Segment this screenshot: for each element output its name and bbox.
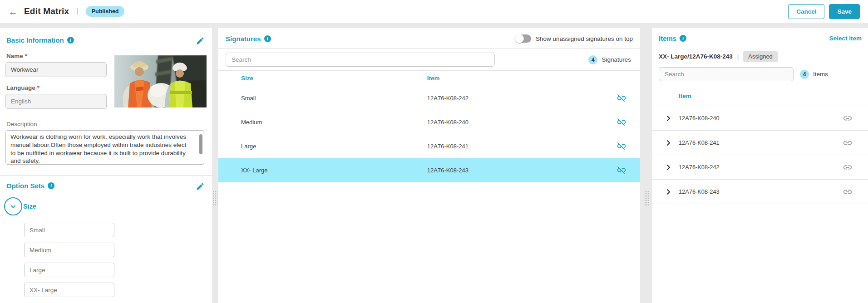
- signature-row[interactable]: Small 12A76-K08-242: [218, 86, 640, 110]
- description-scrollbar[interactable]: [199, 134, 202, 154]
- collapse-size-group-button[interactable]: [4, 197, 22, 215]
- link-icon[interactable]: [843, 162, 853, 172]
- selection-text: XX- Large/12A76-K08-243: [659, 53, 733, 60]
- signatures-panel: Signatures i Show unassigned signatures …: [218, 28, 640, 303]
- back-arrow-icon[interactable]: ←: [8, 7, 18, 16]
- items-search-input[interactable]: [659, 67, 794, 81]
- drag-handle-icon[interactable]: [644, 191, 649, 206]
- expand-chevron-icon[interactable]: [664, 114, 672, 122]
- expand-chevron-icon[interactable]: [664, 188, 672, 196]
- info-icon[interactable]: i: [264, 35, 271, 42]
- option-values-list: [24, 223, 207, 297]
- unlink-icon[interactable]: [616, 141, 626, 151]
- option-sets-title: Option Sets i: [6, 182, 54, 190]
- item-column-header[interactable]: Item: [679, 93, 843, 99]
- topbar-actions: Cancel Save: [788, 4, 860, 19]
- edit-option-sets-icon[interactable]: [196, 182, 205, 191]
- item-row[interactable]: 12A76-K08-240: [652, 106, 868, 131]
- name-field[interactable]: [5, 62, 107, 77]
- link-icon[interactable]: [843, 113, 853, 123]
- basic-information-panel: Basic Information i Name*: [0, 28, 212, 303]
- status-badge: Published: [86, 6, 125, 17]
- page-title: Edit Matrix: [24, 6, 69, 16]
- size-column-header[interactable]: Size: [218, 75, 427, 82]
- item-row[interactable]: 12A76-K08-243: [652, 180, 868, 204]
- description-field[interactable]: Workwear is clothing worn for work, espe…: [5, 130, 204, 165]
- signature-row[interactable]: Large 12A76-K08-241: [218, 134, 640, 158]
- signature-item: 12A76-K08-240: [427, 119, 600, 126]
- unlink-icon[interactable]: [616, 117, 626, 127]
- signature-item: 12A76-K08-242: [427, 95, 600, 102]
- items-title: Items i: [659, 34, 686, 42]
- language-field[interactable]: [5, 94, 107, 109]
- option-value-field[interactable]: [24, 283, 114, 297]
- signature-size: Large: [218, 143, 427, 150]
- signatures-count-badge: 4: [588, 55, 597, 64]
- save-button[interactable]: Save: [829, 4, 860, 19]
- item-column-header[interactable]: Item: [427, 75, 600, 82]
- selection-separator: |: [737, 53, 739, 60]
- edit-basic-info-icon[interactable]: [196, 36, 205, 45]
- signature-size: XX- Large: [218, 167, 427, 174]
- cancel-button[interactable]: Cancel: [788, 4, 824, 19]
- option-value-field[interactable]: [24, 243, 114, 257]
- item-code: 12A76-K08-241: [679, 139, 843, 146]
- signature-item: 12A76-K08-243: [427, 167, 600, 174]
- top-bar: ← Edit Matrix | Published Cancel Save: [0, 0, 868, 23]
- link-icon[interactable]: [843, 187, 853, 197]
- expand-chevron-icon[interactable]: [664, 139, 672, 147]
- show-unassigned-label: Show unassigned signatures on top: [536, 35, 633, 42]
- show-unassigned-toggle[interactable]: [515, 34, 531, 43]
- item-row[interactable]: 12A76-K08-241: [652, 131, 868, 155]
- item-code: 12A76-K08-242: [679, 164, 843, 171]
- info-icon[interactable]: i: [48, 182, 54, 189]
- info-icon[interactable]: i: [67, 37, 74, 44]
- drag-handle-icon[interactable]: [213, 191, 217, 206]
- item-code: 12A76-K08-243: [679, 188, 843, 195]
- signatures-count-label: Signatures: [602, 56, 631, 63]
- link-icon[interactable]: [843, 138, 853, 148]
- panel-resize-gutter[interactable]: [212, 28, 218, 303]
- items-count-badge: 4: [800, 70, 809, 79]
- option-value-field[interactable]: [24, 223, 114, 237]
- option-group-name: Size: [23, 203, 36, 210]
- panel-resize-gutter[interactable]: [640, 28, 652, 303]
- assigned-badge: Assigned: [743, 51, 777, 62]
- signature-row-selected[interactable]: XX- Large 12A76-K08-243: [218, 158, 640, 182]
- select-item-link[interactable]: Select item: [829, 35, 862, 42]
- item-code: 12A76-K08-240: [679, 115, 843, 122]
- item-row[interactable]: 12A76-K08-242: [652, 155, 868, 180]
- signature-size: Small: [218, 95, 427, 102]
- option-value-field[interactable]: [24, 263, 114, 277]
- signature-size: Medium: [218, 119, 427, 126]
- title-separator: |: [76, 7, 78, 16]
- current-selection-row: XX- Large/12A76-K08-243 | Assigned: [652, 47, 868, 65]
- signatures-table-header: Size Item: [218, 71, 640, 86]
- items-panel: Items i Select item XX- Large/12A76-K08-…: [652, 28, 868, 303]
- items-table-header: Item: [652, 86, 868, 106]
- info-icon[interactable]: i: [680, 35, 686, 42]
- description-label: Description: [6, 121, 207, 127]
- workers-photo: [114, 55, 207, 108]
- unlink-icon[interactable]: [616, 93, 626, 103]
- panels-container: Basic Information i Name*: [0, 28, 868, 303]
- expand-chevron-icon[interactable]: [664, 163, 672, 171]
- items-count-label: Items: [813, 71, 828, 78]
- signature-row[interactable]: Medium 12A76-K08-240: [218, 110, 640, 134]
- signatures-title: Signatures i: [226, 35, 271, 43]
- signatures-search-input[interactable]: [226, 53, 495, 67]
- signature-item: 12A76-K08-241: [427, 143, 600, 150]
- basic-information-title: Basic Information i: [6, 36, 74, 44]
- unlink-icon[interactable]: [616, 165, 626, 175]
